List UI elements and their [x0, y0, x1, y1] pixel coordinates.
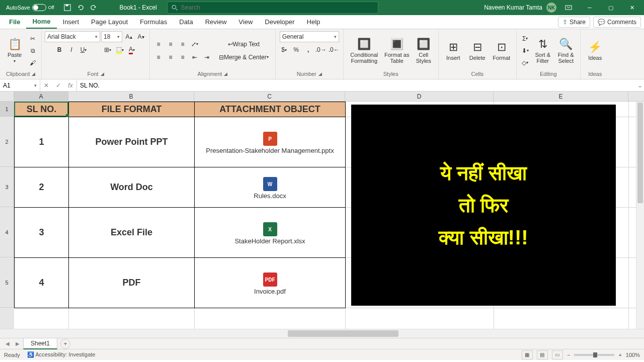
ribbon-options-button[interactable] — [558, 1, 579, 15]
increase-decimal-button[interactable]: .0→ — [315, 44, 327, 55]
tab-review[interactable]: Review — [199, 16, 233, 28]
select-all-corner[interactable] — [0, 92, 14, 101]
paste-button[interactable]: 📋Paste▾ — [3, 36, 26, 65]
bold-button[interactable]: B — [54, 44, 65, 55]
decrease-decimal-button[interactable]: .0← — [328, 44, 340, 55]
vertical-scroll-thumb[interactable] — [637, 103, 643, 203]
col-header-d[interactable]: D — [345, 92, 494, 101]
row-header-2[interactable]: 2 — [0, 117, 14, 167]
conditional-formatting-button[interactable]: 🔲Conditional Formatting — [347, 36, 382, 66]
cancel-formula-button[interactable]: ✕ — [40, 79, 52, 91]
tab-developer[interactable]: Developer — [259, 16, 300, 28]
align-bottom-button[interactable]: ≡ — [177, 39, 188, 50]
tab-page-layout[interactable]: Page Layout — [85, 16, 134, 28]
align-middle-button[interactable]: ≡ — [165, 39, 176, 50]
borders-button[interactable]: ⊞▾ — [102, 44, 113, 55]
tab-formulas[interactable]: Formulas — [134, 16, 173, 28]
search-box[interactable] — [167, 2, 378, 14]
decrease-indent-button[interactable]: ⇤ — [189, 52, 200, 63]
insert-cells-button[interactable]: ⊞Insert — [442, 39, 465, 63]
user-area[interactable]: Naveen Kumar Tamta NK — [484, 3, 556, 13]
add-sheet-button[interactable]: + — [60, 339, 70, 349]
row-header-3[interactable]: 3 — [0, 167, 14, 207]
expand-formula-bar-button[interactable]: ⌄ — [636, 82, 644, 89]
align-top-button[interactable]: ≡ — [153, 39, 164, 50]
accounting-format-button[interactable]: $▾ — [279, 44, 290, 55]
name-box-input[interactable] — [3, 82, 34, 89]
font-dialog-launcher[interactable]: ◢ — [101, 71, 104, 76]
cell-attach-1[interactable]: PPresentation-Stakeholder Management.ppt… — [195, 117, 346, 167]
cell-sl-3[interactable]: 3 — [15, 208, 69, 258]
clipboard-dialog-launcher[interactable]: ◢ — [32, 71, 35, 76]
align-right-button[interactable]: ≡ — [177, 52, 188, 63]
autosum-button[interactable]: Σ▾ — [520, 33, 531, 44]
horizontal-scrollbar[interactable] — [287, 329, 644, 338]
minimize-button[interactable]: ─ — [580, 1, 600, 15]
font-color-button[interactable]: A▾ — [126, 44, 137, 55]
cell-format-1[interactable]: Power Point PPT — [69, 117, 195, 167]
page-break-view-button[interactable]: ▭ — [552, 350, 563, 359]
comments-button[interactable]: 💬Comments — [593, 17, 641, 28]
increase-indent-button[interactable]: ⇥ — [201, 52, 212, 63]
tab-home[interactable]: Home — [26, 15, 56, 29]
clear-button[interactable]: ◇▾ — [520, 57, 531, 68]
tab-data[interactable]: Data — [173, 16, 199, 28]
cell-attach-2[interactable]: WRules.docx — [195, 167, 346, 208]
row-header-1[interactable]: 1 — [0, 102, 14, 117]
vertical-scrollbar[interactable] — [636, 102, 644, 329]
undo-button[interactable] — [74, 2, 87, 14]
name-box[interactable]: ▾ — [0, 79, 40, 91]
zoom-slider[interactable] — [574, 354, 614, 356]
cell-sl-1[interactable]: 1 — [15, 117, 69, 167]
font-size-combo[interactable]: 18▾ — [101, 31, 122, 42]
italic-button[interactable]: I — [66, 44, 77, 55]
enter-formula-button[interactable]: ✓ — [52, 79, 64, 91]
number-format-combo[interactable]: General▾ — [280, 31, 339, 42]
decrease-font-button[interactable]: A▾ — [135, 31, 146, 42]
ideas-button[interactable]: ⚡Ideas — [584, 39, 607, 63]
col-header-e[interactable]: E — [494, 92, 628, 101]
font-name-combo[interactable]: Arial Black▾ — [45, 31, 100, 42]
cell-sl-4[interactable]: 4 — [15, 258, 69, 308]
header-file-format[interactable]: FILE FORMAT — [69, 102, 195, 117]
col-header-c[interactable]: C — [194, 92, 345, 101]
redo-button[interactable] — [88, 2, 100, 14]
fill-color-button[interactable]: ⬚▾ — [114, 44, 125, 55]
sheet-nav-prev[interactable]: ◀ — [3, 341, 12, 346]
page-layout-view-button[interactable]: ▤ — [537, 350, 548, 359]
overlay-text-box[interactable]: ये नहीं सीखा तो फिर क्या सीखा!!! — [351, 105, 616, 306]
save-button[interactable] — [61, 2, 73, 14]
orientation-button[interactable]: ⤢▾ — [189, 39, 200, 50]
increase-font-button[interactable]: A▴ — [123, 31, 134, 42]
fill-button[interactable]: ⬇▾ — [520, 45, 531, 56]
cell-attach-3[interactable]: XStakeHolder Report.xlsx — [195, 208, 346, 258]
normal-view-button[interactable]: ▦ — [522, 350, 533, 359]
merge-center-button[interactable]: ⊟ Merge & Center ▾ — [215, 52, 272, 63]
cell-format-4[interactable]: PDF — [69, 258, 195, 308]
zoom-thumb[interactable] — [593, 352, 597, 357]
format-as-table-button[interactable]: 🔳Format as Table — [383, 36, 411, 66]
maximize-button[interactable]: ▢ — [601, 1, 621, 15]
col-header-b[interactable]: B — [68, 92, 194, 101]
cell-attach-4[interactable]: PDFInvoice.pdf — [195, 258, 346, 308]
tab-view[interactable]: View — [232, 16, 259, 28]
close-button[interactable]: ✕ — [622, 1, 642, 15]
col-header-a[interactable]: A — [14, 92, 68, 101]
tab-help[interactable]: Help — [301, 16, 327, 28]
percent-format-button[interactable]: % — [291, 44, 302, 55]
formula-input[interactable] — [80, 82, 633, 89]
share-button[interactable]: ⇧Share — [558, 17, 590, 28]
header-sl-no[interactable]: SL NO. — [15, 102, 69, 117]
find-select-button[interactable]: 🔍Find & Select — [555, 36, 577, 66]
header-attachment[interactable]: ATTACHMENT OBJECT — [195, 102, 346, 117]
sheet-nav-next[interactable]: ▶ — [13, 341, 22, 346]
sheet-tab-1[interactable]: Sheet1 — [23, 338, 57, 349]
cell-styles-button[interactable]: 🔲Cell Styles — [412, 36, 435, 66]
format-cells-button[interactable]: ⊡Format — [490, 39, 513, 63]
zoom-level[interactable]: 100% — [626, 352, 640, 358]
cell-format-3[interactable]: Excel File — [69, 208, 195, 258]
delete-cells-button[interactable]: ⊟Delete — [466, 39, 489, 63]
format-painter-button[interactable]: 🖌 — [27, 57, 38, 68]
tab-file[interactable]: File — [3, 16, 26, 28]
status-accessibility[interactable]: ♿ Accessibility: Investigate — [27, 351, 96, 358]
